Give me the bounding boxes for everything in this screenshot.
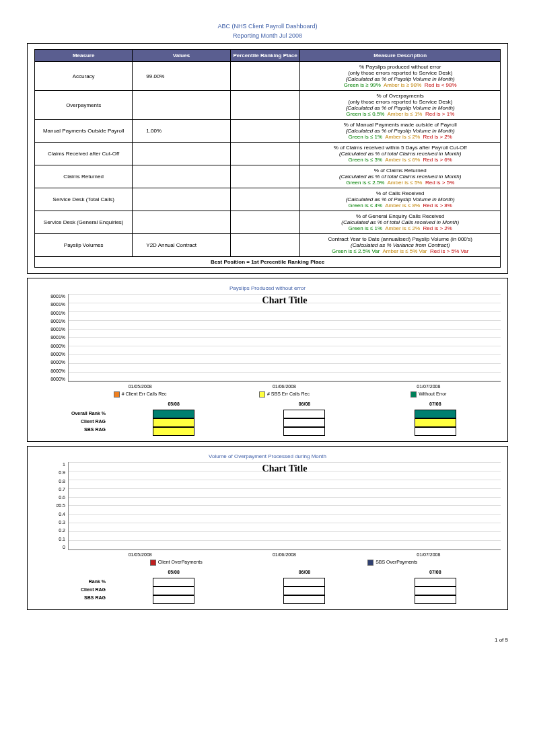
table-row: Service Desk (General Enquiries)% of Gen… [35, 211, 501, 234]
table-row: Service Desk (Total Calls)% of Calls Rec… [35, 188, 501, 211]
chart2-panel: Volume of Overpayment Processed during M… [27, 446, 508, 610]
page-title: ABC (NHS Client Payroll Dashboard) [27, 23, 508, 30]
ytick: 0.2 [38, 528, 65, 533]
rank-box [283, 595, 325, 604]
rank-head: 06/08 [299, 402, 311, 410]
rank-box [415, 410, 456, 418]
xtick: 01/05/2008 [68, 382, 212, 389]
cell-percentile [230, 120, 300, 143]
cell-percentile [230, 62, 300, 91]
chart2-inner-title: Chart Title [69, 463, 501, 474]
rank-box [415, 587, 456, 595]
cell-description: % of General Enquiry Calls Received(Calc… [300, 211, 501, 234]
xtick: 01/06/2008 [212, 382, 356, 389]
chart1-xaxis: 01/05/200801/06/200801/07/2008 [68, 382, 501, 389]
rank-head: 07/08 [429, 402, 441, 410]
chart2-plot: Chart Title 10.90.80.70.6#0.50.40.30.20.… [68, 462, 501, 550]
xtick: 01/07/2008 [357, 382, 501, 389]
ytick: 0.7 [38, 487, 65, 492]
rank-box [283, 418, 325, 427]
col-description: Measure Description [300, 50, 501, 62]
cell-value: Y2D Annual Contract [133, 234, 230, 257]
cell-measure: Claims Returned [35, 165, 133, 188]
cell-percentile [230, 165, 300, 188]
measures-table: Measure Values Percentile Ranking Place … [34, 49, 501, 268]
page-subtitle: Reporting Month Jul 2008 [27, 32, 508, 39]
ytick: 0.8 [38, 479, 65, 484]
rank-box [153, 587, 194, 595]
xtick: 01/07/2008 [357, 550, 501, 557]
cell-measure: Claims Received after Cut-Off [35, 143, 133, 165]
cell-value [133, 165, 230, 188]
rank-box [153, 595, 194, 604]
chart1-title: Payslips Produced without error [34, 285, 501, 291]
ytick: 8000% [38, 352, 65, 356]
ytick: 8000% [38, 377, 65, 381]
table-row: Accuracy99.00%% Payslips produced withou… [35, 62, 501, 91]
rank-box [415, 578, 456, 587]
table-row: Claims Returned% of Claims Returned(Calc… [35, 165, 501, 188]
cell-value: 99.00% [133, 62, 230, 91]
rank-head: 05/08 [168, 402, 180, 410]
rank-box [283, 410, 325, 418]
rank-label: Overall Rank % [48, 410, 108, 418]
chart1-legend: # Client Err Calls Rec# SBS Err Calls Re… [68, 391, 501, 398]
rank-label: SBS RAG [48, 426, 108, 434]
chart2-legend: Client OverPaymentsSBS OverPayments [68, 560, 501, 566]
cell-description: Contract Year to Date (annualised) Paysl… [300, 234, 501, 257]
chart1-rank-block: Overall Rank %Client RAGSBS RAG05/0806/0… [48, 402, 501, 436]
cell-percentile [230, 188, 300, 211]
cell-description: % of Claims Returned(Calculated as % of … [300, 165, 501, 188]
chart2-title: Volume of Overpayment Processed during M… [34, 453, 501, 459]
rank-box [153, 427, 194, 436]
cell-measure: Payslip Volumes [35, 234, 133, 257]
rank-box [283, 427, 325, 436]
cell-value [133, 91, 230, 120]
ytick: 8001% [38, 294, 65, 299]
cell-measure: Service Desk (General Enquiries) [35, 211, 133, 234]
col-percentile: Percentile Ranking Place [230, 50, 300, 62]
ytick: 8001% [38, 302, 65, 307]
rank-label: SBS RAG [48, 594, 108, 602]
measures-panel: Measure Values Percentile Ranking Place … [27, 43, 508, 274]
table-row: Manual Payments Outside Payroll1.00%% of… [35, 120, 501, 143]
xtick: 01/06/2008 [212, 550, 356, 557]
rank-box [415, 418, 456, 427]
ytick: #0.5 [38, 503, 65, 508]
cell-description: % of Overpayments(only those errors repo… [300, 91, 501, 120]
chart1-plot: Chart Title 8001%8001%8001%8001%8001%800… [68, 294, 501, 382]
cell-percentile [230, 143, 300, 165]
rank-box [153, 578, 194, 587]
cell-percentile [230, 91, 300, 120]
ytick: 0.1 [38, 537, 65, 541]
ytick: 8001% [38, 311, 65, 315]
table-row: Claims Received after Cut-Off% of Claims… [35, 143, 501, 165]
col-values: Values [133, 50, 230, 62]
chart2-xaxis: 01/05/200801/06/200801/07/2008 [68, 550, 501, 557]
ytick: 1 [38, 462, 65, 467]
cell-value: 1.00% [133, 120, 230, 143]
rank-box [283, 578, 325, 587]
rank-head: 05/08 [168, 570, 180, 578]
rank-box [153, 410, 194, 418]
ytick: 0.4 [38, 512, 65, 517]
page-header: ABC (NHS Client Payroll Dashboard) Repor… [27, 23, 508, 39]
legend-item: SBS OverPayments [285, 560, 501, 566]
ytick: 0.3 [38, 520, 65, 525]
cell-description: % of Manual Payments made outside of Pay… [300, 120, 501, 143]
table-row: Overpayments% of Overpayments(only those… [35, 91, 501, 120]
chart2-yaxis: 10.90.80.70.6#0.50.40.30.20.10 [38, 462, 65, 550]
chart1-panel: Payslips Produced without error Chart Ti… [27, 278, 508, 442]
cell-measure: Service Desk (Total Calls) [35, 188, 133, 211]
col-measure: Measure [35, 50, 133, 62]
legend-item: # SBS Err Calls Rec [212, 391, 356, 398]
ytick: 8000% [38, 344, 65, 348]
table-footer: Best Position = 1st Percentile Ranking P… [35, 257, 501, 268]
page-number: 1 of 5 [0, 628, 535, 646]
legend-item: # Client Err Calls Rec [68, 391, 212, 398]
cell-description: % of Claims received within 5 Days after… [300, 143, 501, 165]
cell-percentile [230, 234, 300, 257]
rank-label: Rank % [48, 578, 108, 586]
cell-measure: Overpayments [35, 91, 133, 120]
cell-description: % of Calls Received(Calculated as % of P… [300, 188, 501, 211]
